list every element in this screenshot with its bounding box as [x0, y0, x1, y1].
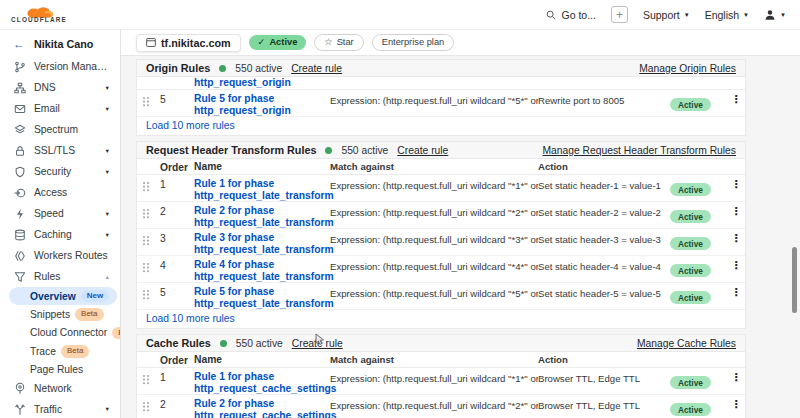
sidebar-item-email[interactable]: Email ▼ — [0, 98, 120, 119]
site-status-badge: ✓ Active — [249, 35, 307, 50]
cloudflare-logo[interactable]: CLOUDFLARE — [10, 6, 68, 23]
drag-handle-icon[interactable] — [143, 259, 160, 273]
rule-name-link[interactable]: Rule 2 for phasehttp_request_late_transf… — [194, 205, 330, 229]
language-menu[interactable]: English ▼ — [705, 9, 749, 21]
rule-name-link[interactable]: Rule 3 for phasehttp_request_late_transf… — [194, 232, 330, 256]
drag-handle-icon[interactable] — [143, 77, 160, 81]
domain-selector[interactable]: tf.nikitac.com — [136, 34, 241, 52]
shield-icon — [13, 165, 26, 178]
row-menu-button[interactable]: ⋮ — [728, 205, 744, 218]
sidebar-item-rules[interactable]: Rules ▲ — [0, 266, 120, 287]
sidebar-item-security[interactable]: Security ▼ — [0, 161, 120, 182]
drag-handle-icon[interactable] — [143, 232, 160, 246]
sidebar-item-traffic[interactable]: Traffic ▼ — [0, 399, 120, 418]
sidebar-nav: Version Management DNS ▼ Email ▼ Spectru… — [0, 55, 120, 418]
rule-order: 3 — [160, 232, 194, 244]
rule-name-link[interactable]: Rule 2 for phasehttp_request_cache_setti… — [194, 398, 330, 418]
sidebar-item-workers-routes[interactable]: Workers Routes — [0, 245, 120, 266]
add-site-button[interactable]: + — [611, 6, 628, 23]
rule-action: Set static header-3 = value-3 — [538, 232, 670, 245]
row-menu-button[interactable]: ⋮ — [728, 286, 744, 299]
sidebar-item-label: Traffic — [34, 404, 97, 415]
drag-handle-icon[interactable] — [143, 398, 160, 412]
sidebar-item-cloud-connector[interactable]: Cloud Connector Beta — [0, 324, 120, 342]
rule-name-link[interactable]: Rule 4 for phasehttp_request_late_transf… — [194, 259, 330, 283]
site-status-label: Active — [269, 37, 297, 48]
rule-match: Expression: (http.request.full_uri wildc… — [330, 178, 538, 191]
manage-origin-rules-link[interactable]: Manage Origin Rules — [639, 63, 736, 74]
row-menu-button[interactable]: ⋮ — [728, 93, 744, 106]
row-menu-button[interactable]: ⋮ — [728, 232, 744, 245]
scrollbar-thumb[interactable] — [792, 247, 797, 313]
sidebar-item-ssl-tls[interactable]: SSL/TLS ▼ — [0, 140, 120, 161]
drag-handle-icon[interactable] — [143, 286, 160, 300]
rule-name-link[interactable]: http_request_origin — [194, 77, 330, 89]
table-header-row: Order Name Match against Action — [137, 352, 745, 368]
chevron-down-icon: ▼ — [684, 12, 690, 18]
row-menu-button[interactable]: ⋮ — [728, 398, 744, 411]
rule-name-link[interactable]: Rule 1 for phasehttp_request_late_transf… — [194, 178, 330, 202]
manage-cache-rules-link[interactable]: Manage Cache Rules — [637, 338, 736, 349]
access-icon — [13, 186, 26, 199]
create-rule-link[interactable]: Create rule — [291, 63, 342, 74]
user-menu[interactable]: ▼ — [764, 9, 786, 21]
plan-badge: Enterprise plan — [372, 34, 455, 51]
active-badge: Active — [670, 403, 711, 416]
global-search[interactable]: Go to... — [546, 9, 595, 21]
load-more-link[interactable]: Load 10 more rules — [137, 117, 745, 135]
status-badge-cell: Active — [670, 398, 728, 417]
chevron-down-icon: ▼ — [105, 211, 110, 217]
rule-match: Expression: (http.request.full_uri wildc… — [330, 205, 538, 218]
table-row: 5 Rule 5 for phasehttp_request_origin Ex… — [137, 90, 745, 117]
top-bar: CLOUDFLARE Go to... + Support ▼ English … — [0, 0, 800, 30]
status-badge-cell: Active — [670, 286, 728, 305]
drag-handle-icon[interactable] — [143, 205, 160, 219]
sidebar-item-page-rules[interactable]: Page Rules — [0, 361, 120, 378]
table-row: 1 Rule 1 for phasehttp_request_cache_set… — [137, 368, 745, 395]
create-rule-link[interactable]: Create rule — [397, 145, 448, 156]
sidebar-item-speed[interactable]: Speed ▼ — [0, 203, 120, 224]
active-count: 550 active — [236, 338, 283, 349]
sidebar-item-label: SSL/TLS — [34, 145, 97, 156]
sidebar-item-overview[interactable]: Overview New — [9, 287, 117, 305]
global-search-label: Go to... — [561, 9, 595, 21]
sidebar-item-caching[interactable]: Caching ▼ — [0, 224, 120, 245]
active-badge: Active — [670, 98, 711, 111]
sidebar-item-dns[interactable]: DNS ▼ — [0, 77, 120, 98]
row-menu-button[interactable]: ⋮ — [728, 259, 744, 272]
column-order: Order — [160, 354, 194, 366]
active-count: 550 active — [235, 63, 282, 74]
status-badge-cell: Active — [670, 178, 728, 197]
manage-transform-rules-link[interactable]: Manage Request Header Transform Rules — [543, 145, 736, 156]
row-menu-button[interactable]: ⋮ — [728, 371, 744, 384]
sidebar-item-spectrum[interactable]: Spectrum — [0, 119, 120, 140]
green-status-dot — [325, 147, 332, 154]
sidebar-item-snippets[interactable]: Snippets Beta — [0, 305, 120, 323]
star-button[interactable]: ☆ Star — [314, 34, 363, 51]
drag-handle-icon[interactable] — [143, 371, 160, 385]
sidebar-item-trace[interactable]: Trace Beta — [0, 342, 120, 360]
support-menu[interactable]: Support ▼ — [643, 9, 690, 21]
back-arrow-icon[interactable]: ← — [13, 38, 25, 50]
active-badge: Active — [670, 210, 711, 223]
chevron-down-icon: ▼ — [105, 148, 110, 154]
rule-order: 2 — [160, 398, 194, 410]
drag-handle-icon[interactable] — [143, 178, 160, 192]
rule-order: 2 — [160, 205, 194, 217]
green-status-dot — [219, 65, 226, 72]
transform-rules-header: Request Header Transform Rules 550 activ… — [137, 142, 745, 159]
sidebar-item-access[interactable]: Access — [0, 182, 120, 203]
load-more-link[interactable]: Load 10 more rules — [137, 310, 745, 328]
rule-name-link[interactable]: Rule 5 for phasehttp_request_late_transf… — [194, 286, 330, 310]
rule-name-link[interactable]: Rule 1 for phasehttp_request_cache_setti… — [194, 371, 330, 395]
row-menu-button[interactable]: ⋮ — [728, 178, 744, 191]
rule-name-link[interactable]: Rule 5 for phasehttp_request_origin — [194, 93, 330, 117]
column-name: Name — [194, 354, 330, 366]
spectrum-icon — [13, 123, 26, 136]
rules-submenu: Overview New Snippets Beta Cloud Connect… — [0, 287, 120, 378]
create-rule-link[interactable]: Create rule — [292, 338, 343, 349]
sidebar-item-version-management[interactable]: Version Management — [0, 56, 120, 77]
chevron-down-icon: ▼ — [105, 169, 110, 175]
sidebar-item-network[interactable]: Network — [0, 378, 120, 399]
drag-handle-icon[interactable] — [143, 93, 160, 107]
